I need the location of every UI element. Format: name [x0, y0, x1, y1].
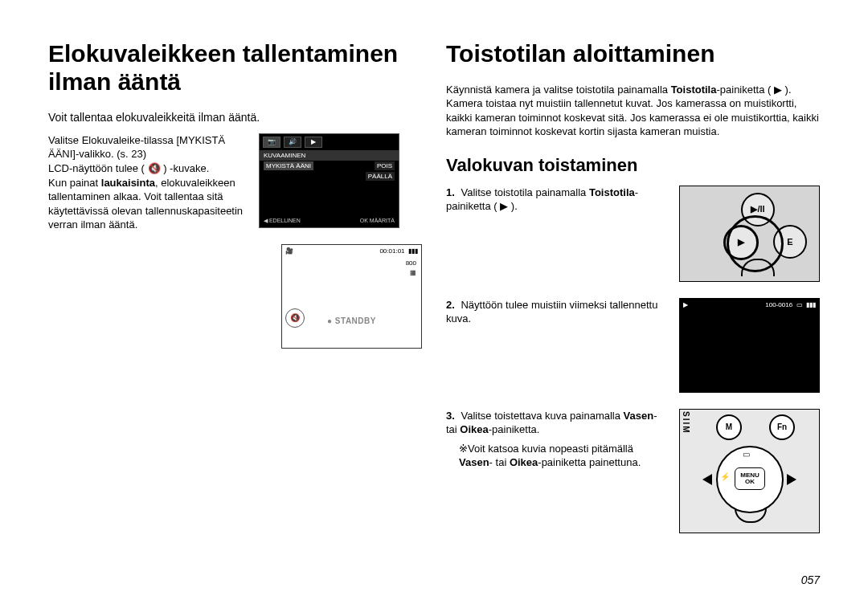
- step-number: 3.: [446, 410, 455, 422]
- menu-ok-button-icon: MENU OK: [735, 467, 765, 490]
- standby-label: ● STANDBY: [327, 316, 376, 325]
- lcd-resolution: 800: [406, 259, 416, 267]
- step-number: 2.: [446, 299, 455, 311]
- quality-icon: ▦: [410, 269, 416, 276]
- playback-image-counter: 100-0016: [765, 301, 792, 308]
- right-arrow-icon: [787, 474, 796, 485]
- step-1: 1. Valitse toistotila painamalla Toistot…: [446, 186, 820, 282]
- playback-lcd-illustration: ▶ 100-0016 ▭ ▮▮▮: [679, 298, 820, 393]
- dpad-illustration: SIIM M Fn MENU OK ▭ ⚡: [679, 409, 820, 533]
- thumbnail-icon: ▭: [743, 450, 750, 459]
- left-column: Elokuvaleikkeen tallentaminen ilman äänt…: [48, 40, 422, 588]
- left-intro: Voit tallentaa elokuvaleikkeitä ilman ää…: [48, 110, 422, 125]
- m-button-icon: M: [716, 414, 742, 440]
- right-intro: Käynnistä kamera ja valitse toistotila p…: [446, 83, 820, 139]
- battery-icon: ▮▮▮: [806, 301, 816, 308]
- left-arrow-icon: [702, 474, 712, 485]
- flash-icon: ⚡: [720, 472, 730, 481]
- lcd-tab-camera-icon: 📷: [263, 137, 280, 148]
- right-subheading: Valokuvan toistaminen: [446, 155, 820, 176]
- down-button-icon: [735, 508, 767, 523]
- battery-icon: ▮▮▮: [408, 247, 418, 255]
- sd-icon: ▭: [796, 301, 803, 308]
- mute-icon: 🔇: [285, 308, 305, 328]
- left-heading: Elokuvaleikkeen tallentaminen ilman äänt…: [48, 40, 422, 96]
- lcd-time: 00:01:01: [379, 247, 404, 255]
- brand-label: SIIM: [682, 411, 690, 435]
- step-number: 1.: [446, 186, 455, 198]
- lcd-menu-item: MYKISTÄ ÄÄNI: [264, 161, 313, 170]
- right-column: Toistotilan aloittaminen Käynnistä kamer…: [446, 40, 820, 588]
- fn-button-icon: Fn: [769, 414, 795, 440]
- left-body: Valitse Elokuvaleike-tilassa [MYKISTÄ ÄÄ…: [48, 133, 249, 232]
- right-heading: Toistotilan aloittaminen: [446, 40, 820, 68]
- lcd-footer-set: OK MÄÄRITÄ: [360, 218, 395, 224]
- lcd-menu-value-on: PÄÄLLÄ: [366, 172, 395, 181]
- lcd-standby-screenshot: 🎥 00:01:01 ▮▮▮ 800 ▦ 🔇 ● STANDBY: [281, 244, 422, 349]
- lcd-menu-screenshot: 📷 🔊 ▶ KUVAAMINEN MYKISTÄ ÄÄNI POIS PÄÄLL…: [259, 133, 399, 228]
- step-3: 3. Valitse toistettava kuva painamalla V…: [446, 409, 820, 533]
- lcd-footer-prev: ◀ EDELLINEN: [264, 218, 301, 224]
- lcd-menu-heading: KUVAAMINEN: [260, 150, 399, 161]
- movie-icon: 🎥: [285, 247, 293, 255]
- lcd-tab-play-icon: ▶: [305, 137, 322, 148]
- play-icon: ▶: [683, 301, 688, 308]
- lcd-tab-sound-icon: 🔊: [284, 137, 301, 148]
- page-number: 057: [801, 573, 820, 586]
- camera-buttons-illustration: ▶/II ▶ E: [679, 186, 820, 282]
- lcd-menu-value-off: POIS: [375, 161, 395, 170]
- step-2: 2. Näyttöön tulee muistiin viimeksi tall…: [446, 298, 820, 393]
